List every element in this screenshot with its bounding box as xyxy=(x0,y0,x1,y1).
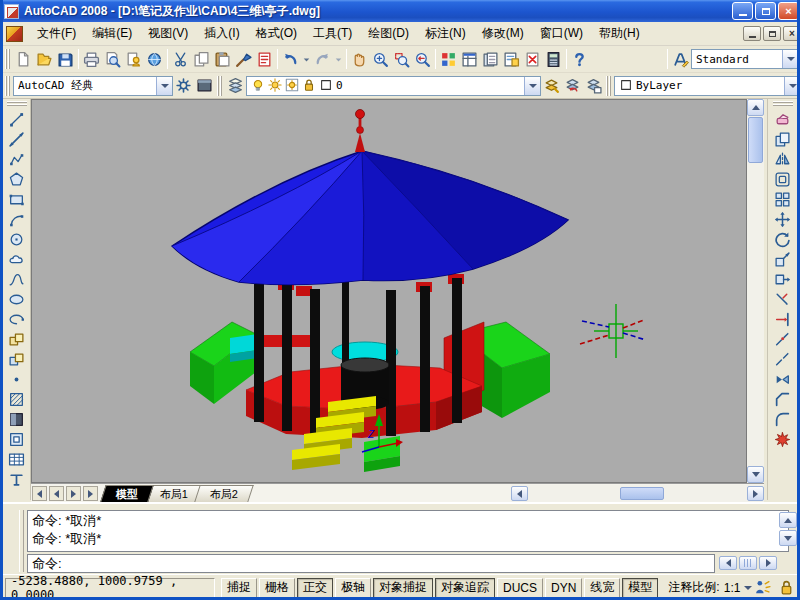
input-scroll-left-icon[interactable] xyxy=(719,556,737,570)
text-style-icon[interactable] xyxy=(670,48,691,70)
gradient-icon[interactable] xyxy=(6,409,27,429)
layer-vp-freeze-icon[interactable] xyxy=(285,78,300,93)
etransmit-icon[interactable] xyxy=(144,48,165,70)
rectangle-icon[interactable] xyxy=(6,189,27,209)
ellipse-icon[interactable] xyxy=(6,289,27,309)
tab-模型[interactable]: 模型 xyxy=(100,485,154,502)
layer-combo[interactable]: 0 xyxy=(246,76,541,96)
toolbar-grip[interactable] xyxy=(606,76,611,96)
status-toggle-模型[interactable]: 模型 xyxy=(622,578,658,598)
tool-palettes-icon[interactable] xyxy=(480,48,501,70)
toolbar-lock-icon[interactable] xyxy=(776,577,797,599)
minimize-button[interactable] xyxy=(732,2,753,20)
redo-menu-icon[interactable] xyxy=(333,48,344,70)
mirror-icon[interactable] xyxy=(772,149,793,169)
undo-icon[interactable] xyxy=(280,48,301,70)
viewport-canvas[interactable]: Z xyxy=(32,100,746,482)
move-icon[interactable] xyxy=(772,209,793,229)
status-toggle-栅格[interactable]: 栅格 xyxy=(259,578,295,598)
drawing-viewport[interactable]: Z xyxy=(31,99,747,483)
scroll-down-icon[interactable] xyxy=(747,466,764,483)
workspace-settings-icon[interactable] xyxy=(173,75,194,97)
save-icon[interactable] xyxy=(55,48,76,70)
tab-next-icon[interactable] xyxy=(66,486,81,501)
break-at-point-icon[interactable] xyxy=(772,329,793,349)
menu-item-7[interactable]: 标注(N) xyxy=(417,22,474,45)
chevron-down-icon[interactable] xyxy=(782,50,798,68)
scroll-left-icon[interactable] xyxy=(511,486,528,501)
doc-close-button[interactable]: × xyxy=(783,26,800,41)
scale-icon[interactable] xyxy=(772,249,793,269)
markup-set-manager-icon[interactable] xyxy=(522,48,543,70)
input-scroll-right-icon[interactable] xyxy=(759,556,777,570)
history-down-icon[interactable] xyxy=(779,530,797,546)
pan-icon[interactable] xyxy=(349,48,370,70)
tab-last-icon[interactable] xyxy=(83,486,98,501)
layer-manager-icon[interactable] xyxy=(225,75,246,97)
new-icon[interactable] xyxy=(13,48,34,70)
menu-item-2[interactable]: 视图(V) xyxy=(140,22,196,45)
layer-lock-icon[interactable] xyxy=(302,78,317,93)
erase-icon[interactable] xyxy=(772,109,793,129)
cut-icon[interactable] xyxy=(170,48,191,70)
workspace-combo[interactable]: AutoCAD 经典 xyxy=(13,76,173,96)
polyline-icon[interactable] xyxy=(6,149,27,169)
scroll-up-icon[interactable] xyxy=(747,99,764,116)
rotate-icon[interactable] xyxy=(772,229,793,249)
hatch-icon[interactable] xyxy=(6,389,27,409)
menu-item-9[interactable]: 窗口(W) xyxy=(532,22,591,45)
menu-item-4[interactable]: 格式(O) xyxy=(248,22,305,45)
zoom-realtime-icon[interactable] xyxy=(370,48,391,70)
undo-menu-icon[interactable] xyxy=(301,48,312,70)
text-style-combo[interactable]: Standard xyxy=(691,49,799,69)
zoom-previous-icon[interactable] xyxy=(412,48,433,70)
spline-icon[interactable] xyxy=(6,269,27,289)
chevron-down-icon[interactable] xyxy=(784,77,800,95)
chevron-down-icon[interactable] xyxy=(524,77,540,95)
table-icon[interactable] xyxy=(6,449,27,469)
doc-minimize-button[interactable] xyxy=(743,26,761,41)
command-input[interactable]: 命令: xyxy=(27,554,715,573)
array-icon[interactable] xyxy=(772,189,793,209)
line-icon[interactable] xyxy=(6,109,27,129)
status-toggle-DUCS[interactable]: DUCS xyxy=(497,578,543,598)
doc-restore-button[interactable] xyxy=(763,26,781,41)
copy-object-icon[interactable] xyxy=(772,129,793,149)
plot-icon[interactable] xyxy=(81,48,102,70)
command-history[interactable]: 命令: *取消*命令: *取消* xyxy=(27,510,789,552)
menu-item-5[interactable]: 工具(T) xyxy=(305,22,360,45)
help-icon[interactable] xyxy=(569,48,590,70)
properties-icon[interactable] xyxy=(438,48,459,70)
color-combo[interactable]: ByLayer xyxy=(614,76,800,96)
menu-item-8[interactable]: 修改(M) xyxy=(474,22,532,45)
status-toggle-正交[interactable]: 正交 xyxy=(297,578,333,598)
publish-icon[interactable] xyxy=(123,48,144,70)
menu-item-3[interactable]: 插入(I) xyxy=(196,22,247,45)
layer-previous-icon[interactable] xyxy=(562,75,583,97)
my-workspace-icon[interactable] xyxy=(194,75,215,97)
trim-icon[interactable] xyxy=(772,289,793,309)
command-grip[interactable] xyxy=(19,510,24,572)
insert-block-icon[interactable] xyxy=(6,329,27,349)
vertical-scrollbar[interactable] xyxy=(747,99,764,483)
quickcalc-icon[interactable] xyxy=(543,48,564,70)
restore-button[interactable] xyxy=(755,2,776,20)
extend-icon[interactable] xyxy=(772,309,793,329)
markup-icon[interactable] xyxy=(254,48,275,70)
chevron-down-icon[interactable] xyxy=(156,77,172,95)
make-block-icon[interactable] xyxy=(6,349,27,369)
stretch-icon[interactable] xyxy=(772,269,793,289)
history-up-icon[interactable] xyxy=(779,512,797,528)
redo-icon[interactable] xyxy=(312,48,333,70)
status-toggle-对象追踪[interactable]: 对象追踪 xyxy=(435,578,495,598)
offset-icon[interactable] xyxy=(772,169,793,189)
status-toggle-极轴[interactable]: 极轴 xyxy=(335,578,371,598)
status-toggle-捕捉[interactable]: 捕捉 xyxy=(221,578,257,598)
break-icon[interactable] xyxy=(772,349,793,369)
menu-item-1[interactable]: 编辑(E) xyxy=(84,22,140,45)
copy-icon[interactable] xyxy=(191,48,212,70)
vscroll-thumb[interactable] xyxy=(748,117,763,163)
chamfer-icon[interactable] xyxy=(772,389,793,409)
input-grip-icon[interactable] xyxy=(739,556,757,570)
circle-icon[interactable] xyxy=(6,229,27,249)
